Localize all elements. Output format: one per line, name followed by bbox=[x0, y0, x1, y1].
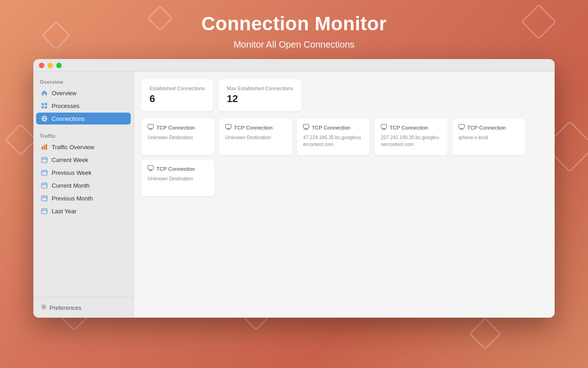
conn-title: TCP Connection bbox=[312, 125, 350, 130]
calendar-icon-current-month bbox=[41, 182, 48, 189]
svg-point-31 bbox=[42, 305, 46, 309]
sidebar: Overview Overview bbox=[33, 72, 134, 318]
svg-rect-2 bbox=[42, 106, 44, 108]
conn-destination: Unknown Destination bbox=[225, 134, 286, 141]
calendar-icon-previous-week bbox=[41, 169, 48, 176]
svg-rect-32 bbox=[148, 124, 154, 129]
sidebar-overview-label: Overview bbox=[33, 76, 134, 87]
connection-card[interactable]: TCP Connection 227.242.190.35.bc.googleu… bbox=[374, 119, 448, 155]
conn-title: TCP Connection bbox=[156, 166, 195, 172]
sidebar-item-previous-week[interactable]: Previous Week bbox=[36, 167, 131, 179]
sidebar-item-last-year-label: Last Year bbox=[52, 208, 76, 215]
connection-card[interactable]: TCP Connection Unknown Destination bbox=[141, 160, 214, 196]
stat-value-established: 6 bbox=[150, 93, 205, 105]
window-body: Overview Overview bbox=[33, 72, 555, 318]
grid-icon bbox=[41, 102, 48, 109]
calendar-icon-previous-month bbox=[41, 195, 48, 202]
sidebar-item-current-week-label: Current Week bbox=[52, 157, 88, 163]
monitor-icon bbox=[303, 124, 309, 131]
stat-value-max: 12 bbox=[227, 93, 293, 105]
preferences-button[interactable]: Preferences bbox=[38, 302, 129, 313]
svg-rect-48 bbox=[459, 124, 465, 129]
svg-rect-10 bbox=[42, 157, 47, 162]
svg-rect-40 bbox=[304, 124, 309, 129]
conn-header: TCP Connection bbox=[303, 124, 363, 131]
sidebar-item-previous-month[interactable]: Previous Month bbox=[36, 192, 131, 204]
sidebar-item-connections[interactable]: Connections bbox=[36, 113, 131, 124]
sidebar-item-processes[interactable]: Processes bbox=[36, 100, 131, 112]
sidebar-footer: Preferences bbox=[33, 297, 134, 318]
sidebar-item-traffic-overview-label: Traffic Overview bbox=[52, 144, 94, 151]
calendar-icon-current-week bbox=[41, 156, 48, 163]
svg-rect-1 bbox=[45, 103, 47, 105]
conn-title: TCP Connection bbox=[156, 125, 195, 130]
sidebar-item-overview[interactable]: Overview bbox=[36, 87, 131, 99]
stat-card-established: Established Connections 6 bbox=[141, 79, 213, 111]
conn-destination: Unknown Destination bbox=[148, 134, 208, 141]
conn-title: TCP Connection bbox=[467, 125, 506, 130]
monitor-icon bbox=[381, 124, 387, 131]
connection-card[interactable]: TCP Connection Unknown Destination bbox=[219, 119, 292, 155]
maximize-button[interactable] bbox=[56, 63, 62, 68]
svg-rect-9 bbox=[46, 144, 47, 150]
window-titlebar bbox=[33, 59, 555, 72]
chart-icon bbox=[41, 143, 48, 151]
gear-icon bbox=[41, 304, 47, 311]
svg-rect-7 bbox=[42, 146, 43, 150]
app-title: Connection Monitor bbox=[201, 13, 387, 35]
conn-destination: iphone-x.local bbox=[459, 134, 519, 141]
sidebar-item-traffic-overview[interactable]: Traffic Overview bbox=[36, 141, 131, 153]
bg-shape-3 bbox=[521, 4, 557, 40]
main-content: Established Connections 6 Max Establishe… bbox=[134, 72, 555, 318]
bg-shape-8 bbox=[469, 318, 502, 350]
conn-header: TCP Connection bbox=[148, 165, 208, 173]
svg-point-30 bbox=[43, 306, 45, 308]
bg-shape-1 bbox=[42, 21, 71, 50]
conn-header: TCP Connection bbox=[225, 124, 286, 131]
connection-card[interactable]: TCP Connection iphone-x.local bbox=[452, 119, 525, 155]
sidebar-item-current-week[interactable]: Current Week bbox=[36, 154, 131, 166]
svg-rect-52 bbox=[148, 166, 154, 170]
stat-label-max: Max Established Connections bbox=[227, 86, 293, 91]
monitor-icon bbox=[148, 165, 154, 173]
conn-destination: 47.224.186.35.bc.googleusercontent.com bbox=[303, 134, 363, 147]
bg-shape-2 bbox=[147, 5, 173, 32]
sidebar-item-connections-label: Connections bbox=[52, 115, 85, 122]
svg-rect-44 bbox=[381, 124, 387, 129]
monitor-icon bbox=[459, 124, 465, 131]
monitor-icon bbox=[148, 124, 154, 131]
app-subtitle: Monitor All Open Connections bbox=[234, 39, 355, 50]
svg-rect-22 bbox=[42, 196, 47, 201]
svg-rect-8 bbox=[44, 145, 45, 150]
svg-rect-26 bbox=[42, 209, 47, 214]
conn-title: TCP Connection bbox=[234, 125, 273, 130]
stat-card-max: Max Established Connections 12 bbox=[219, 79, 301, 111]
conn-destination: 227.242.190.35.bc.googleusercontent.com bbox=[381, 134, 441, 147]
app-window: Overview Overview bbox=[33, 59, 555, 318]
svg-rect-0 bbox=[42, 103, 44, 105]
svg-rect-36 bbox=[226, 124, 231, 129]
connection-card[interactable]: TCP Connection Unknown Destination bbox=[141, 119, 214, 155]
minimize-button[interactable] bbox=[48, 63, 53, 68]
sidebar-item-overview-label: Overview bbox=[52, 90, 76, 97]
close-button[interactable] bbox=[39, 63, 44, 68]
globe-icon bbox=[41, 115, 48, 122]
sidebar-item-previous-month-label: Previous Month bbox=[52, 195, 93, 202]
conn-header: TCP Connection bbox=[459, 124, 519, 131]
connections-grid: TCP Connection Unknown Destination TCP C… bbox=[141, 119, 547, 196]
conn-title: TCP Connection bbox=[390, 125, 428, 130]
sidebar-item-previous-week-label: Previous Week bbox=[52, 169, 91, 176]
monitor-icon bbox=[225, 124, 231, 131]
conn-destination: Unknown Destination bbox=[148, 175, 208, 182]
stat-label-established: Established Connections bbox=[150, 86, 205, 91]
bg-shape-4 bbox=[5, 124, 37, 156]
sidebar-traffic-label: Traffic bbox=[33, 130, 134, 141]
stats-row: Established Connections 6 Max Establishe… bbox=[141, 79, 547, 111]
sidebar-item-processes-label: Processes bbox=[52, 103, 80, 109]
conn-header: TCP Connection bbox=[148, 124, 208, 131]
connection-card[interactable]: TCP Connection 47.224.186.35.bc.googleus… bbox=[297, 119, 370, 155]
sidebar-item-current-month[interactable]: Current Month bbox=[36, 179, 131, 191]
sidebar-item-last-year[interactable]: Last Year bbox=[36, 205, 131, 217]
preferences-label: Preferences bbox=[49, 304, 81, 311]
home-icon bbox=[41, 89, 48, 97]
